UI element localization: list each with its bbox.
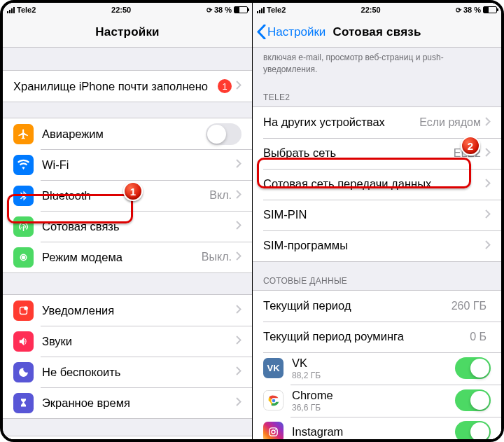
chevron-right-icon — [236, 158, 241, 171]
notifications-row[interactable]: Уведомления — [3, 295, 252, 326]
hotspot-row[interactable]: Режим модема Выкл. — [3, 242, 252, 272]
dnd-label: Не беспокоить — [42, 366, 236, 379]
chevron-right-icon — [485, 116, 491, 129]
chevron-right-icon — [236, 335, 241, 347]
notifications-icon — [13, 301, 34, 321]
current-period-row[interactable]: Текущий период 260 ГБ — [253, 291, 501, 322]
battery-icon — [483, 6, 497, 13]
roaming-period-row[interactable]: Текущий период роуминга 0 Б — [253, 322, 501, 352]
other-devices-row[interactable]: На других устройствах Если рядом — [253, 107, 501, 138]
roaming-period-label: Текущий период роуминга — [263, 330, 470, 343]
current-period-label: Текущий период — [263, 299, 451, 312]
sounds-label: Звуки — [42, 335, 236, 348]
chevron-right-icon — [236, 220, 241, 233]
clock: 22:50 — [361, 6, 381, 14]
chevron-right-icon — [236, 80, 241, 92]
status-bar: Tele2 22:50 ⟳ 38 % — [253, 3, 501, 17]
airplane-switch[interactable] — [206, 123, 241, 145]
svg-point-1 — [24, 306, 28, 310]
general-row[interactable] — [3, 436, 252, 439]
signal-icon — [7, 7, 15, 13]
chevron-right-icon — [236, 396, 241, 409]
other-devices-value: Если рядом — [419, 116, 481, 129]
instagram-icon — [263, 422, 284, 439]
app-switch[interactable] — [455, 421, 491, 439]
current-period-value: 260 ГБ — [451, 300, 486, 312]
app-usage: 88,2 ГБ — [292, 371, 455, 380]
orientation-lock-icon: ⟳ — [206, 6, 212, 14]
sim-apps-row[interactable]: SIM-программы — [253, 230, 501, 261]
app-name: Instagram — [292, 425, 455, 438]
hotspot-label: Режим модема — [42, 251, 202, 264]
screentime-label: Экранное время — [42, 396, 236, 410]
chevron-right-icon — [236, 189, 241, 202]
orientation-lock-icon: ⟳ — [456, 6, 461, 14]
bluetooth-row[interactable]: Bluetooth Вкл. — [3, 180, 252, 211]
storage-warning-label: Хранилище iPhone почти заполнено — [13, 80, 218, 93]
page-title: Сотовая связь — [332, 25, 421, 39]
battery-percent: 38 % — [463, 6, 481, 14]
cellular-label: Сотовая связь — [42, 220, 236, 233]
svg-point-7 — [272, 430, 275, 434]
app-switch[interactable] — [455, 389, 491, 411]
dnd-row[interactable]: Не беспокоить — [3, 357, 252, 387]
back-button[interactable]: Настройки — [257, 25, 326, 39]
tutorial-frame: Tele2 22:50 ⟳ 38 % Настройки Хранилище i… — [0, 0, 504, 442]
moon-icon — [13, 362, 34, 382]
chevron-right-icon — [485, 240, 491, 252]
section-header-carrier: TELE2 — [253, 78, 501, 106]
sounds-row[interactable]: Звуки — [3, 326, 252, 357]
chevron-right-icon — [236, 304, 241, 317]
app-vk-row[interactable]: VK VK 88,2 ГБ — [253, 352, 501, 385]
notification-badge: 1 — [218, 79, 232, 93]
sim-pin-row[interactable]: SIM-PIN — [253, 200, 501, 230]
chevron-left-icon — [257, 25, 266, 39]
app-name: Chrome — [292, 389, 455, 402]
signal-icon — [257, 7, 265, 13]
chevron-right-icon — [485, 178, 491, 191]
roaming-period-value: 0 Б — [470, 331, 486, 343]
carrier-label: Tele2 — [17, 6, 36, 14]
status-bar: Tele2 22:50 ⟳ 38 % — [3, 3, 252, 17]
cellular-data-network-label: Сотовая сеть передачи данных — [263, 177, 485, 191]
chrome-icon — [263, 390, 284, 410]
select-network-label: Выбрать сеть — [263, 146, 454, 160]
section-header-data: СОТОВЫЕ ДАННЫЕ — [253, 262, 501, 290]
airplane-mode-row[interactable]: Авиарежим — [3, 118, 252, 149]
cellular-icon — [13, 216, 34, 237]
sim-apps-label: SIM-программы — [263, 239, 485, 252]
bluetooth-label: Bluetooth — [42, 189, 209, 202]
nav-header: Настройки — [3, 17, 252, 48]
notifications-label: Уведомления — [42, 304, 236, 317]
hotspot-icon — [13, 247, 34, 268]
screentime-row[interactable]: Экранное время — [3, 387, 252, 418]
app-switch[interactable] — [455, 357, 491, 379]
svg-point-8 — [275, 429, 276, 430]
chevron-right-icon — [236, 251, 241, 263]
other-devices-label: На других устройствах — [263, 116, 419, 129]
cellular-data-network-row[interactable]: Сотовая сеть передачи данных — [253, 169, 501, 200]
chevron-right-icon — [485, 147, 491, 160]
bluetooth-icon — [13, 186, 34, 206]
battery-icon — [234, 6, 248, 13]
storage-warning-row[interactable]: Хранилище iPhone почти заполнено 1 — [3, 71, 252, 102]
phone-settings: Tele2 22:50 ⟳ 38 % Настройки Хранилище i… — [3, 3, 252, 439]
section-description: включая e-mail, просмотр веб-страниц и p… — [253, 48, 501, 78]
app-chrome-row[interactable]: Chrome 36,6 ГБ — [253, 385, 501, 417]
hotspot-value: Выкл. — [202, 251, 232, 263]
sim-pin-label: SIM-PIN — [263, 208, 485, 221]
back-label: Настройки — [267, 25, 326, 39]
wifi-icon — [13, 155, 34, 175]
select-network-row[interactable]: Выбрать сеть ELE2 — [253, 138, 501, 169]
vk-icon: VK — [263, 358, 284, 378]
phone-cellular: Tele2 22:50 ⟳ 38 % Настройки Сотовая свя… — [252, 3, 501, 439]
select-network-value: ELE2 — [454, 147, 481, 160]
nav-header: Настройки Сотовая связь — [253, 17, 501, 48]
app-instagram-row[interactable]: Instagram — [253, 417, 501, 439]
cellular-row[interactable]: Сотовая связь — [3, 211, 252, 242]
app-name: VK — [292, 357, 455, 370]
sounds-icon — [13, 331, 34, 352]
chevron-right-icon — [236, 366, 241, 378]
wifi-row[interactable]: Wi-Fi — [3, 149, 252, 180]
chevron-right-icon — [485, 209, 491, 221]
